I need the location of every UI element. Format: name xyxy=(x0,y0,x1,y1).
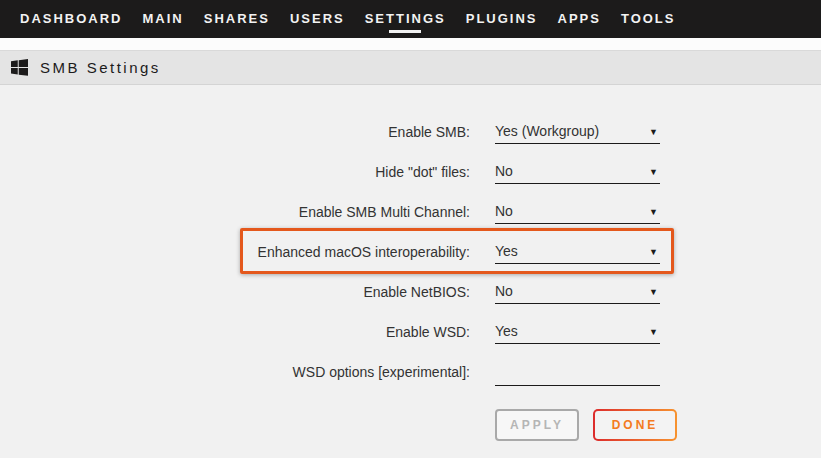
enable-netbios-label: Enable NetBIOS: xyxy=(0,271,470,300)
nav-item-shares[interactable]: SHARES xyxy=(194,0,280,38)
hide-dot-files-value: No xyxy=(495,163,513,179)
wsd-options-label: WSD options [experimental]: xyxy=(0,351,470,380)
smb-multi-channel-select[interactable]: No ▼ xyxy=(495,191,660,224)
nav-item-plugins[interactable]: PLUGINS xyxy=(456,0,548,38)
top-navbar: DASHBOARD MAIN SHARES USERS SETTINGS PLU… xyxy=(0,0,821,38)
chevron-down-icon: ▼ xyxy=(649,205,658,219)
chevron-down-icon: ▼ xyxy=(649,285,658,299)
form-row-enable-netbios: Enable NetBIOS: No ▼ xyxy=(0,271,821,311)
section-header: SMB Settings xyxy=(0,50,821,85)
enable-smb-label: Enable SMB: xyxy=(0,111,470,140)
macos-interoperability-value: Yes xyxy=(495,243,518,259)
nav-item-apps[interactable]: APPS xyxy=(548,0,611,38)
macos-interoperability-label: Enhanced macOS interoperability: xyxy=(0,231,470,260)
chevron-down-icon: ▼ xyxy=(649,125,658,139)
hide-dot-files-select[interactable]: No ▼ xyxy=(495,151,660,184)
macos-interoperability-select[interactable]: Yes ▼ xyxy=(495,231,660,264)
nav-header-gap xyxy=(0,38,821,50)
page-title: SMB Settings xyxy=(40,59,161,76)
enable-wsd-value: Yes xyxy=(495,323,518,339)
windows-logo-icon xyxy=(11,59,28,76)
form-row-hide-dot-files: Hide "dot" files: No ▼ xyxy=(0,151,821,191)
nav-item-tools[interactable]: TOOLS xyxy=(611,0,686,38)
nav-item-main[interactable]: MAIN xyxy=(133,0,194,38)
form-row-enable-smb: Enable SMB: Yes (Workgroup) ▼ xyxy=(0,111,821,151)
enable-wsd-label: Enable WSD: xyxy=(0,311,470,340)
smb-settings-form: Enable SMB: Yes (Workgroup) ▼ Hide "dot"… xyxy=(0,85,821,441)
form-row-enable-wsd: Enable WSD: Yes ▼ xyxy=(0,311,821,351)
wsd-options-input[interactable] xyxy=(495,351,660,386)
enable-smb-select[interactable]: Yes (Workgroup) ▼ xyxy=(495,111,660,144)
chevron-down-icon: ▼ xyxy=(649,165,658,179)
smb-multi-channel-label: Enable SMB Multi Channel: xyxy=(0,191,470,220)
enable-netbios-value: No xyxy=(495,283,513,299)
done-button-label: DONE xyxy=(595,411,675,439)
smb-multi-channel-value: No xyxy=(495,203,513,219)
form-row-macos-interoperability: Enhanced macOS interoperability: Yes ▼ xyxy=(0,231,821,271)
nav-item-settings[interactable]: SETTINGS xyxy=(355,0,456,38)
nav-item-users[interactable]: USERS xyxy=(280,0,355,38)
chevron-down-icon: ▼ xyxy=(649,245,658,259)
enable-netbios-select[interactable]: No ▼ xyxy=(495,271,660,304)
apply-button[interactable]: APPLY xyxy=(495,409,579,441)
form-row-wsd-options: WSD options [experimental]: xyxy=(0,351,821,391)
form-row-smb-multi-channel: Enable SMB Multi Channel: No ▼ xyxy=(0,191,821,231)
nav-item-dashboard[interactable]: DASHBOARD xyxy=(10,0,133,38)
enable-wsd-select[interactable]: Yes ▼ xyxy=(495,311,660,344)
done-button[interactable]: DONE xyxy=(593,409,677,441)
form-buttons: APPLY DONE xyxy=(495,409,821,441)
enable-smb-value: Yes (Workgroup) xyxy=(495,123,599,139)
hide-dot-files-label: Hide "dot" files: xyxy=(0,151,470,180)
chevron-down-icon: ▼ xyxy=(649,325,658,339)
